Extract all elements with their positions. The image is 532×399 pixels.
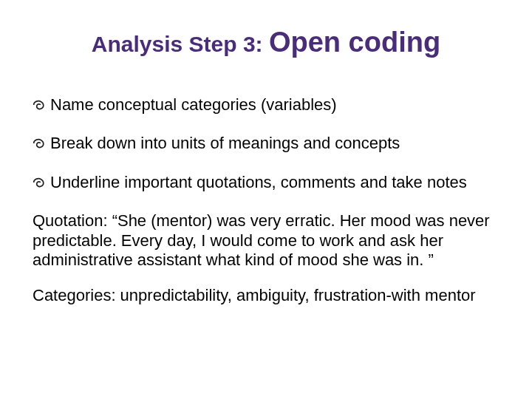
- bullet-text: Underline important quotations, comments…: [50, 173, 495, 192]
- categories-text: Categories: unpredictability, ambiguity,…: [33, 286, 495, 305]
- swirl-bullet-icon: [33, 174, 50, 194]
- slide-body: Name conceptual categories (variables) B…: [30, 95, 502, 306]
- quotation-text: Quotation: “She (mentor) was very errati…: [33, 211, 495, 270]
- swirl-bullet-icon: [33, 135, 50, 154]
- list-item: Underline important quotations, comments…: [33, 173, 495, 194]
- swirl-bullet-icon: [33, 97, 50, 116]
- title-main: Open coding: [269, 27, 440, 58]
- list-item: Name conceptual categories (variables): [33, 95, 495, 116]
- bullet-text: Break down into units of meanings and co…: [50, 134, 495, 153]
- list-item: Break down into units of meanings and co…: [33, 134, 495, 154]
- slide-title: Analysis Step 3: Open coding: [30, 27, 502, 58]
- bullet-text: Name conceptual categories (variables): [50, 95, 495, 115]
- title-prefix: Analysis Step 3:: [92, 32, 269, 56]
- slide: Analysis Step 3: Open coding Name concep…: [0, 0, 532, 399]
